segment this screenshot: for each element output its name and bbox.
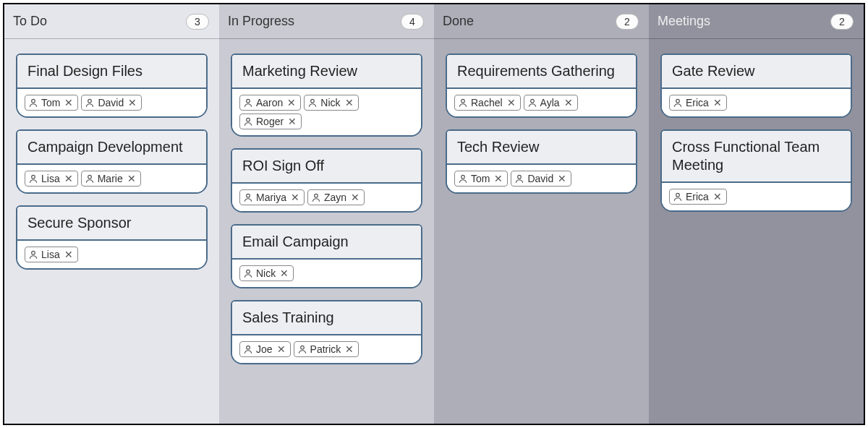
column-done: Done 2 Requirements GatheringRachel✕Ayla…: [434, 4, 649, 424]
remove-person-icon[interactable]: ✕: [64, 249, 73, 260]
card-title-area: Campaign Development: [17, 131, 206, 165]
column-todo: To Do 3 Final Design FilesTom✕David✕Camp…: [4, 4, 219, 424]
person-chip[interactable]: Joe✕: [239, 341, 291, 357]
person-name: Erica: [686, 191, 709, 202]
person-name: Aaron: [256, 97, 283, 108]
person-chip[interactable]: Aaron✕: [239, 95, 301, 111]
person-chip[interactable]: David✕: [81, 95, 142, 111]
task-card[interactable]: Campaign DevelopmentLisa✕Marie✕: [16, 129, 208, 194]
svg-point-18: [676, 193, 680, 197]
remove-person-icon[interactable]: ✕: [277, 344, 286, 354]
column-meetings: Meetings 2 Gate ReviewErica✕Cross Functi…: [649, 4, 864, 424]
task-card[interactable]: Sales TrainingJoe✕Patrick✕: [231, 300, 422, 364]
person-chip[interactable]: Zayn✕: [307, 189, 365, 205]
person-chip[interactable]: Patrick✕: [294, 341, 359, 357]
person-chip[interactable]: David✕: [511, 171, 571, 187]
task-card[interactable]: Final Design FilesTom✕David✕: [16, 54, 208, 118]
task-card[interactable]: Secure SponsorLisa✕: [16, 205, 208, 270]
column-body: Final Design FilesTom✕David✕Campaign Dev…: [4, 39, 219, 424]
person-chip[interactable]: Marie✕: [81, 171, 141, 187]
person-chip[interactable]: Roger✕: [239, 114, 302, 129]
person-chip[interactable]: Mariya✕: [239, 189, 305, 205]
person-name: Lisa: [41, 249, 60, 260]
remove-person-icon[interactable]: ✕: [128, 98, 137, 108]
remove-person-icon[interactable]: ✕: [564, 98, 573, 108]
person-chip[interactable]: Rachel✕: [454, 95, 521, 111]
person-chip[interactable]: Ayla✕: [524, 95, 578, 111]
task-card[interactable]: Gate ReviewErica✕: [660, 54, 852, 118]
person-chip[interactable]: Nick✕: [239, 265, 294, 281]
remove-person-icon[interactable]: ✕: [280, 268, 289, 278]
remove-person-icon[interactable]: ✕: [713, 98, 722, 108]
person-icon: [673, 98, 683, 108]
remove-person-icon[interactable]: ✕: [507, 98, 516, 108]
task-card[interactable]: Marketing ReviewAaron✕Nick✕Roger✕: [231, 54, 422, 137]
card-title: Sales Training: [242, 309, 411, 327]
person-name: Erica: [686, 97, 709, 108]
svg-point-17: [676, 99, 680, 103]
svg-point-14: [530, 99, 534, 103]
remove-person-icon[interactable]: ✕: [64, 98, 73, 108]
card-title-area: Gate Review: [662, 55, 851, 89]
person-chip[interactable]: Tom✕: [454, 171, 508, 187]
card-title-area: Cross Functional Team Meeting: [662, 131, 851, 183]
task-card[interactable]: Requirements GatheringRachel✕Ayla✕: [446, 54, 637, 118]
column-header: Done 2: [434, 4, 649, 39]
remove-person-icon[interactable]: ✕: [291, 192, 299, 202]
person-chip[interactable]: Erica✕: [669, 95, 727, 111]
person-icon: [28, 98, 38, 108]
remove-person-icon[interactable]: ✕: [287, 98, 296, 108]
column-count-badge: 2: [830, 14, 854, 30]
person-chip[interactable]: Lisa✕: [25, 247, 78, 262]
card-title: ROI Sign Off: [242, 157, 411, 175]
task-card[interactable]: Email CampaignNick✕: [231, 224, 422, 288]
person-name: David: [98, 97, 124, 108]
column-in-progress: In Progress 4 Marketing ReviewAaron✕Nick…: [219, 4, 434, 424]
svg-point-2: [32, 175, 35, 179]
person-name: Nick: [256, 268, 276, 279]
card-people-row: Erica✕: [662, 89, 851, 116]
remove-person-icon[interactable]: ✕: [345, 98, 354, 108]
person-icon: [307, 98, 318, 108]
person-name: Zayn: [324, 192, 346, 203]
column-header: In Progress 4: [219, 4, 434, 39]
card-people-row: Rachel✕Ayla✕: [447, 89, 636, 116]
column-title: To Do: [13, 14, 47, 29]
person-name: Patrick: [310, 343, 341, 355]
remove-person-icon[interactable]: ✕: [494, 174, 503, 184]
person-chip[interactable]: Nick✕: [304, 95, 358, 111]
person-icon: [527, 98, 537, 108]
person-name: Tom: [471, 173, 490, 184]
card-title-area: Tech Review: [447, 131, 636, 165]
remove-person-icon[interactable]: ✕: [288, 116, 297, 127]
task-card[interactable]: Cross Functional Team MeetingErica✕: [660, 129, 852, 212]
card-title-area: Secure Sponsor: [17, 207, 206, 241]
remove-person-icon[interactable]: ✕: [351, 192, 359, 202]
svg-point-15: [461, 175, 465, 179]
svg-point-13: [461, 99, 465, 103]
person-icon: [243, 192, 253, 202]
card-people-row: Joe✕Patrick✕: [232, 335, 421, 363]
svg-point-16: [518, 175, 522, 179]
person-chip[interactable]: Erica✕: [669, 189, 727, 205]
task-card[interactable]: Tech ReviewTom✕David✕: [446, 129, 637, 194]
column-count-badge: 4: [401, 14, 424, 30]
task-card[interactable]: ROI Sign OffMariya✕Zayn✕: [231, 148, 422, 213]
remove-person-icon[interactable]: ✕: [64, 174, 73, 184]
person-chip[interactable]: Lisa✕: [25, 171, 78, 187]
remove-person-icon[interactable]: ✕: [127, 174, 136, 184]
column-body: Requirements GatheringRachel✕Ayla✕Tech R…: [434, 39, 649, 424]
person-chip[interactable]: Tom✕: [25, 95, 78, 111]
remove-person-icon[interactable]: ✕: [558, 174, 566, 184]
person-icon: [28, 174, 38, 184]
person-icon: [458, 98, 468, 108]
card-title-area: Marketing Review: [232, 55, 421, 89]
card-title-area: Email Campaign: [232, 226, 421, 260]
card-people-row: Tom✕David✕: [447, 165, 636, 192]
remove-person-icon[interactable]: ✕: [345, 344, 354, 354]
svg-point-1: [88, 99, 92, 103]
svg-point-6: [311, 99, 315, 103]
card-title-area: Requirements Gathering: [447, 55, 636, 89]
card-title: Requirements Gathering: [457, 62, 626, 80]
remove-person-icon[interactable]: ✕: [713, 192, 722, 202]
